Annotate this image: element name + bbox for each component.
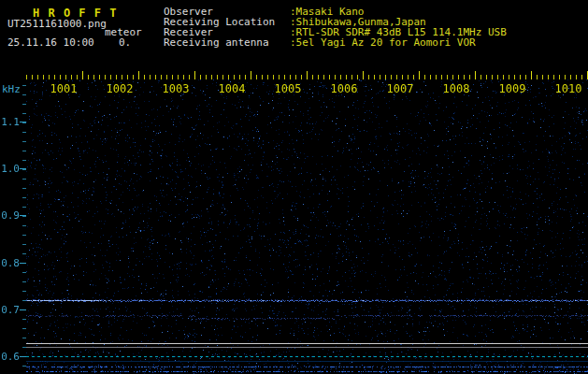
y-axis-major-tick [20,356,26,357]
x-axis-major-tick [307,71,308,79]
y-axis-label: 0.9 [1,209,20,222]
hrofft-output-window: H R O F F T UT2511161000.png meteor 25.1… [0,0,588,374]
header-field-row: Receiving antenna:5el Yagi Az 20 for Aom… [164,37,507,48]
x-axis-major-tick [475,71,476,79]
field-label: Receiving antenna [164,37,290,48]
y-axis-unit-label: kHz [2,83,21,95]
y-axis-major-tick [20,263,26,264]
y-axis-major-tick [20,168,26,169]
y-axis-major-tick [20,309,26,310]
y-axis-major-tick [20,215,26,216]
y-axis-label: 1.0 [1,163,20,175]
y-axis-label: 0.7 [1,304,20,316]
x-axis-major-tick [363,71,364,79]
y-axis-label: 0.8 [1,257,20,269]
y-axis-label: 0.6 [1,351,20,363]
station-info-block: Observer:Masaki KanoReceiving Location:S… [164,7,507,48]
x-axis-major-tick [531,71,532,79]
x-axis-major-tick [194,71,195,79]
field-value: :5el Yagi Az 20 for Aomori VOR [290,37,476,48]
observation-datetime: 25.11.16 10:00 [7,36,94,49]
x-axis-major-tick [251,71,251,79]
x-axis-major-tick [82,71,83,79]
y-axis-label: 1.1 [1,116,20,128]
y-axis-major-tick [20,122,26,122]
x-axis-major-tick [138,71,139,79]
echo-counter: 0. [119,36,131,49]
output-filename: UT2511161000.png [7,18,107,30]
spectrogram-canvas [26,79,588,374]
x-axis-major-tick [419,71,420,79]
